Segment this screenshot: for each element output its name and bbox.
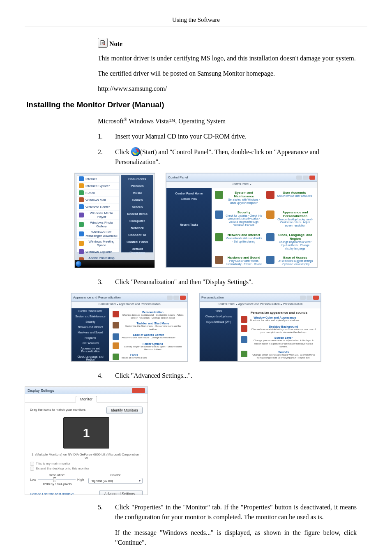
startmenu-side-item: Default Programs	[122, 245, 153, 256]
pers-nav-item: Tasks	[200, 308, 238, 314]
pers-nav-item: Adjust font size (DPI)	[200, 319, 238, 324]
figure-step2: InternetInternet ExplorerE-mailWindows M…	[25, 173, 367, 270]
category-title: User Accounts	[277, 191, 312, 194]
pers-item-icon	[241, 316, 247, 323]
screenshot-appearance-personalization: Appearance and Personalization Control P…	[71, 293, 188, 362]
app-icon	[79, 213, 84, 217]
startmenu-item: Windows Mail	[77, 197, 119, 204]
drag-instruction: Drag the icons to match your monitors.	[30, 408, 86, 412]
ap-item: FontsInstall or remove a font	[113, 354, 184, 360]
step-num: 5.	[98, 502, 104, 548]
figure-step4: Display Settings Monitor Drag the icons …	[25, 386, 367, 495]
ap-item: Taskbar and Start MenuCustomize the Star…	[113, 322, 184, 331]
monitor-preview: 1	[63, 417, 109, 449]
startmenu-item: E-mail	[77, 190, 119, 197]
window-title-text: Display Settings	[28, 388, 54, 393]
note-icon	[98, 38, 108, 48]
screenshot-control-panel: Control Panel Control Panel ▸ Control Pa…	[166, 173, 318, 268]
pers-item: Desktop BackgroundChoose from available …	[241, 325, 317, 334]
window-title-text: Control Panel	[168, 176, 188, 179]
category-icon	[266, 210, 274, 219]
cp-category: SecurityCheck for updates · Check this c…	[215, 210, 262, 227]
step-num: 4.	[98, 371, 104, 381]
startmenu-item: Welcome Center	[77, 204, 119, 210]
ap-nav-item: Clock, Language, and Region	[71, 354, 109, 362]
step-3: 3. Click "Personalization" and then "Dis…	[98, 277, 357, 287]
app-icon	[79, 204, 84, 209]
section-heading: Installing the Monitor Driver (Manual)	[26, 100, 367, 109]
pers-item-icon	[241, 325, 247, 332]
resolution-label: Resolution:	[30, 473, 84, 477]
taskbar	[75, 260, 154, 268]
close-icon	[309, 176, 315, 180]
ap-nav-item: Security	[71, 319, 109, 324]
note-url: http://www.samsung.com/	[98, 84, 357, 93]
step-num: 2.	[98, 147, 104, 167]
step-text: Click "Personalization" and then "Displa…	[115, 277, 357, 287]
minimize-icon	[296, 176, 302, 180]
chevron-down-icon: ▾	[139, 479, 141, 483]
step-4: 4. Click "Advanced Settings...".	[98, 371, 357, 381]
maximize-icon	[303, 176, 309, 180]
note-label: Note	[109, 40, 122, 48]
figure-step3: Appearance and Personalization Control P…	[25, 293, 367, 363]
pers-item: SoundsChange which sounds are heard when…	[241, 351, 317, 359]
cp-category: Hardware and SoundPlay CDs or other medi…	[215, 256, 262, 266]
app-icon	[79, 231, 84, 236]
startmenu-item: Windows Live Messenger Download	[77, 229, 119, 239]
category-links: Change keyboards or other input methods …	[277, 240, 314, 250]
startmenu-side-item: Computer	[122, 217, 153, 224]
category-icon	[266, 191, 274, 199]
note-block: Note	[98, 38, 357, 48]
pers-item-icon	[241, 336, 247, 343]
screenshot-startmenu: InternetInternet ExplorerE-mailWindows M…	[74, 173, 155, 268]
ap-item-icon	[113, 333, 119, 340]
extend-desktop-checkbox: Extend the desktop onto this monitor	[30, 467, 143, 471]
pers-nav-item: Change desktop icons	[200, 314, 238, 319]
pers-item-icon	[241, 351, 247, 357]
startmenu-side-item: Games	[122, 197, 153, 204]
category-title: System and Maintenance	[226, 191, 262, 198]
app-icon	[79, 241, 84, 246]
startmenu-side-item: Network	[122, 224, 153, 231]
startmenu-item: Windows Photo Gallery	[77, 220, 119, 229]
ap-nav-item: Network and Internet	[71, 324, 109, 330]
window-titlebar: Display Settings	[25, 387, 148, 394]
startmenu-side-item: Connect To	[122, 231, 153, 238]
help-link: How do I get the best display?	[30, 492, 74, 495]
category-icon	[266, 233, 274, 241]
app-icon	[79, 176, 84, 181]
step-num: 3.	[98, 277, 104, 287]
category-icon	[215, 256, 223, 264]
category-icon	[215, 191, 223, 199]
ap-item-icon	[113, 354, 119, 360]
category-icon	[266, 256, 274, 264]
identify-monitors-button: Identify Monitors	[106, 407, 143, 414]
close-icon	[132, 388, 145, 393]
section-subhead: Microsoft® Windows Vista™, Operating Sys…	[98, 116, 357, 126]
ap-item-icon	[113, 322, 119, 328]
startmenu-side-item: Pictures	[122, 183, 153, 190]
colors-label: Colors:	[88, 473, 143, 477]
category-title: Hardware and Sound	[226, 256, 262, 259]
ap-nav-item: User Accounts	[71, 340, 109, 346]
app-icon	[79, 197, 84, 202]
ap-item-icon	[113, 311, 119, 317]
pers-heading: Personalize appearance and sounds	[241, 311, 317, 314]
resolution-value: 1280 by 1024 pixels	[30, 482, 84, 486]
start-orb-icon	[131, 147, 140, 156]
step-2: 2. Click (Start) and "Control Panel". Th…	[98, 147, 357, 167]
ap-nav-item: System and Maintenance	[71, 314, 109, 319]
page-header: Using the Software	[25, 16, 367, 23]
cp-task: Classic View	[169, 196, 209, 201]
startmenu-side-item: Control Panel	[122, 238, 153, 245]
cp-tasks-head: Control Panel Home	[169, 191, 209, 196]
ap-nav-item: Programs	[71, 335, 109, 340]
category-links: Get started with Windows · Back up your …	[226, 198, 262, 205]
advanced-settings-button: Advanced Settings...	[99, 490, 143, 495]
step-text: Click "Properties" in the "Monitor" tab.…	[115, 502, 357, 522]
category-title: Security	[226, 210, 262, 214]
cp-category: User AccountsAdd or remove user accounts	[266, 191, 314, 205]
category-title: Appearance and Personalization	[277, 210, 314, 218]
app-icon	[79, 249, 84, 254]
